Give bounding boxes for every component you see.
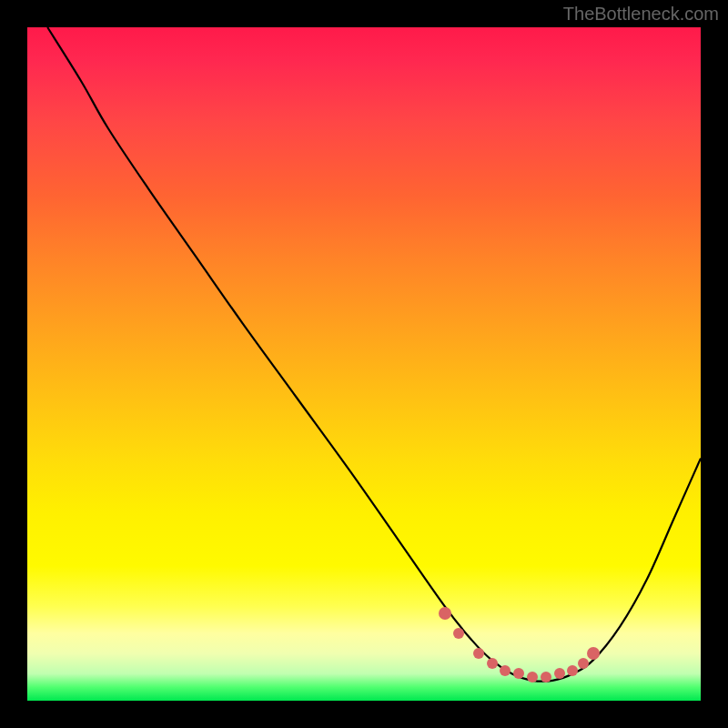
highlight-marker bbox=[527, 672, 538, 682]
highlight-marker bbox=[473, 648, 484, 659]
highlight-marker bbox=[439, 607, 451, 620]
chart-plot-area bbox=[27, 27, 701, 701]
highlight-marker bbox=[554, 668, 565, 679]
highlight-marker bbox=[541, 672, 551, 682]
highlight-markers-group bbox=[27, 27, 701, 701]
highlight-marker bbox=[500, 665, 511, 676]
watermark-text: TheBottleneck.com bbox=[563, 4, 719, 25]
highlight-marker bbox=[567, 665, 578, 676]
highlight-marker bbox=[513, 668, 524, 679]
highlight-marker bbox=[453, 628, 464, 639]
highlight-marker bbox=[487, 658, 498, 669]
highlight-marker bbox=[578, 658, 589, 669]
highlight-marker bbox=[587, 647, 600, 660]
